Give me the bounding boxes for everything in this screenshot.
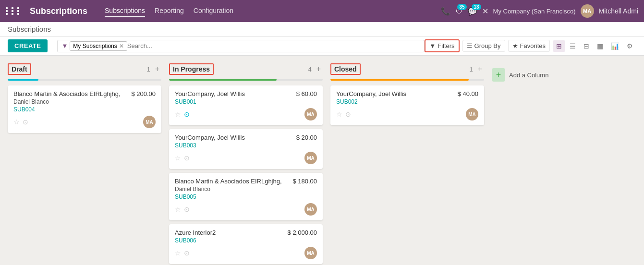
page-breadcrumb: Subscriptions — [8, 25, 51, 33]
my-subscriptions-filter-tag[interactable]: My Subscriptions ✕ — [70, 41, 127, 51]
column-header-closed: Closed 1 + — [330, 63, 484, 75]
card-top-sub002: YourCompany, Joel Willis $ 40.00 — [336, 90, 478, 97]
clock-icon-sub005[interactable]: ⊙ — [184, 205, 190, 213]
clock-icon-sub006[interactable]: ⊙ — [184, 249, 190, 257]
card-subid-sub002[interactable]: SUB002 — [336, 98, 478, 105]
filter-tag-close-icon[interactable]: ✕ — [119, 43, 124, 49]
groupby-label: Group By — [474, 42, 501, 49]
card-subid-sub001[interactable]: SUB001 — [175, 98, 317, 105]
card-avatar-sub006: MA — [304, 247, 317, 259]
card-actions-sub004: ☆ ⊙ — [13, 118, 28, 126]
search-input[interactable] — [127, 42, 421, 49]
create-button[interactable]: CREATE — [8, 39, 48, 52]
clock-icon-sub002[interactable]: ⊙ — [345, 110, 351, 118]
kanban-card-sub002[interactable]: YourCompany, Joel Willis $ 40.00 SUB002 … — [330, 85, 484, 125]
app-title: Subscriptions — [30, 6, 87, 16]
filter-tag-label: My Subscriptions — [73, 43, 117, 49]
column-count-inprogress: 4 — [308, 66, 311, 73]
groupby-icon: ☰ — [467, 42, 473, 49]
favorites-button[interactable]: ★ Favorites — [508, 40, 550, 52]
card-amount-sub002: $ 40.00 — [458, 90, 478, 97]
list-view-icon[interactable]: ☰ — [566, 40, 579, 52]
favorites-icon: ★ — [512, 42, 518, 49]
card-footer-sub004: ☆ ⊙ MA — [13, 116, 156, 128]
star-icon-sub001[interactable]: ☆ — [175, 110, 181, 118]
timer-icon[interactable]: ⏱ 35 — [455, 7, 463, 15]
phone-icon[interactable]: 📞 — [441, 7, 450, 16]
card-subid-sub003[interactable]: SUB003 — [175, 142, 317, 149]
star-icon-sub002[interactable]: ☆ — [336, 110, 342, 118]
column-add-inprogress[interactable]: + — [315, 65, 323, 73]
column-add-closed[interactable]: + — [476, 65, 484, 73]
card-company-sub005: Blanco Martin & Asociados EIRLghjhg, — [175, 178, 282, 185]
card-amount-sub005: $ 180.00 — [292, 178, 317, 185]
card-amount-sub003: $ 20.00 — [296, 134, 317, 141]
user-avatar[interactable]: MA — [581, 4, 594, 18]
topnav-menu: Subscriptions Reporting Configuration — [105, 5, 433, 17]
table-view-icon[interactable]: ⊟ — [580, 40, 593, 52]
card-amount-sub004: $ 200.00 — [131, 90, 156, 97]
clock-icon-sub001[interactable]: ⊙ — [184, 110, 190, 118]
card-avatar-sub001: MA — [304, 108, 317, 120]
star-icon-sub003[interactable]: ☆ — [175, 154, 181, 162]
column-add-draft[interactable]: + — [153, 65, 161, 73]
clock-icon-sub004[interactable]: ⊙ — [23, 118, 28, 126]
filter-funnel-icon: ▼ — [61, 42, 68, 49]
settings-view-icon[interactable]: ⚙ — [623, 40, 636, 52]
bar-chart-view-icon[interactable]: ▦ — [594, 40, 607, 52]
column-title-box-draft: Draft — [8, 63, 144, 75]
card-subid-sub004[interactable]: SUB004 — [13, 106, 156, 113]
kanban-card-sub001[interactable]: YourCompany, Joel Willis $ 60.00 SUB001 … — [169, 85, 323, 125]
card-footer-sub003: ☆ ⊙ MA — [175, 152, 317, 164]
user-name[interactable]: Mitchell Admi — [599, 5, 638, 17]
search-filter-area: ▼ My Subscriptions ✕ — [55, 40, 425, 52]
groupby-button[interactable]: ☰ Group By — [462, 40, 505, 52]
card-footer-sub005: ☆ ⊙ MA — [175, 203, 317, 216]
toolbar: CREATE ▼ My Subscriptions ✕ ▼ Filters ☰ … — [0, 36, 644, 56]
chat-badge: 13 — [472, 4, 481, 10]
card-top-sub006: Azure Interior2 $ 2,000.00 — [175, 229, 317, 236]
apps-grid-icon[interactable] — [6, 7, 22, 15]
card-actions-sub005: ☆ ⊙ — [175, 205, 190, 213]
card-actions-sub001: ☆ ⊙ — [175, 110, 190, 118]
clock-icon-sub003[interactable]: ⊙ — [184, 154, 190, 162]
close-icon[interactable]: ✕ — [482, 7, 488, 16]
kanban-card-sub003[interactable]: YourCompany, Joel Willis $ 20.00 SUB003 … — [169, 129, 323, 169]
card-footer-sub002: ☆ ⊙ MA — [336, 108, 478, 120]
column-header-inprogress: In Progress 4 + — [169, 63, 323, 75]
card-footer-sub001: ☆ ⊙ MA — [175, 108, 317, 120]
star-icon-sub006[interactable]: ☆ — [175, 249, 181, 257]
card-subid-sub006[interactable]: SUB006 — [175, 237, 317, 244]
star-icon-sub004[interactable]: ☆ — [13, 118, 20, 126]
card-footer-sub006: ☆ ⊙ MA — [175, 247, 317, 259]
card-subid-sub005[interactable]: SUB005 — [175, 193, 317, 200]
card-amount-sub006: $ 2,000.00 — [288, 229, 317, 236]
page-header: Subscriptions — [0, 22, 644, 36]
column-count-draft: 1 — [146, 66, 150, 73]
kanban-column-closed: Closed 1 + YourCompany, Joel Willis $ 40… — [330, 63, 484, 265]
star-icon-sub005[interactable]: ☆ — [175, 205, 181, 213]
kanban-view-icon[interactable]: ⊞ — [553, 40, 565, 52]
company-label: My Company (San Francisco) — [493, 8, 576, 15]
kanban-card-sub004[interactable]: Blanco Martin & Asociados EIRLghjhg, $ 2… — [8, 85, 161, 133]
column-title-draft: Draft — [8, 63, 31, 75]
column-title-closed: Closed — [330, 63, 361, 75]
card-avatar-sub004: MA — [143, 116, 156, 128]
topnav-reporting[interactable]: Reporting — [155, 5, 184, 17]
topnav-configuration[interactable]: Configuration — [194, 5, 233, 17]
kanban-card-sub006[interactable]: Azure Interior2 $ 2,000.00 SUB006 ☆ ⊙ MA — [169, 224, 323, 264]
kanban-card-sub005[interactable]: Blanco Martin & Asociados EIRLghjhg, $ 1… — [169, 173, 323, 220]
card-company-sub004: Blanco Martin & Asociados EIRLghjhg, — [13, 90, 121, 97]
topnav-subscriptions[interactable]: Subscriptions — [105, 5, 145, 17]
line-chart-view-icon[interactable]: 📊 — [608, 40, 622, 52]
column-progress-closed — [330, 79, 484, 81]
add-column-label[interactable]: Add a Column — [509, 72, 548, 79]
kanban-column-draft: Draft 1 + Blanco Martin & Asociados EIRL… — [8, 63, 161, 265]
card-top-sub003: YourCompany, Joel Willis $ 20.00 — [175, 134, 317, 141]
filters-button[interactable]: ▼ Filters — [425, 39, 459, 52]
kanban-column-inprogress: In Progress 4 + YourCompany, Joel Willis… — [169, 63, 323, 265]
chat-icon[interactable]: 💬 13 — [468, 7, 477, 16]
column-progress-draft — [8, 79, 161, 81]
column-title-box-inprogress: In Progress — [169, 63, 305, 75]
add-column-plus-icon[interactable]: + — [492, 68, 505, 82]
